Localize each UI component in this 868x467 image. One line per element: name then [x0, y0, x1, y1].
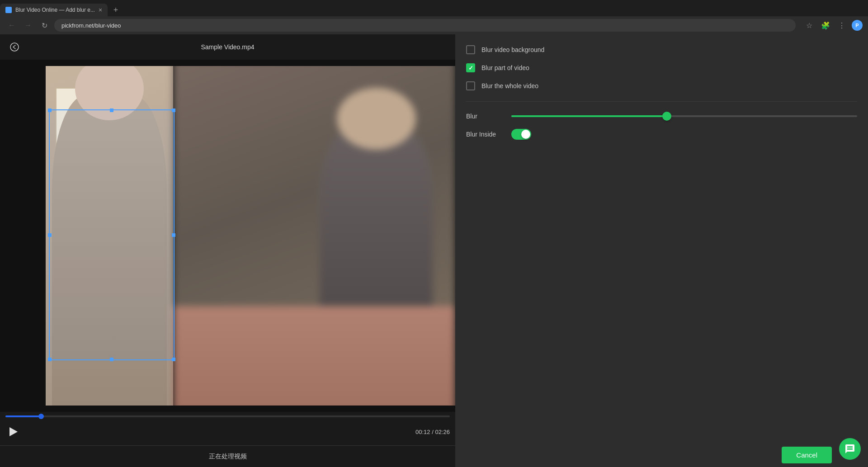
back-button[interactable]: ←: [5, 19, 18, 32]
address-input[interactable]: [54, 19, 796, 32]
blur-whole-checkbox[interactable]: [466, 81, 475, 90]
blur-slider-fill: [511, 115, 667, 117]
controls-row: 00:12 / 02:26: [5, 421, 450, 445]
resize-handle-bm[interactable]: [110, 358, 113, 361]
right-panel: Blur video background ✓ Blur part of vid…: [455, 34, 868, 467]
play-button[interactable]: [5, 424, 22, 440]
blur-slider-label: Blur: [466, 113, 502, 120]
blur-slider-track[interactable]: [511, 115, 857, 117]
app-body: Sample Video.mp4: [0, 34, 868, 467]
processing-text: 正在处理视频: [209, 453, 247, 461]
forward-button[interactable]: →: [22, 19, 34, 32]
chat-button[interactable]: [839, 438, 861, 460]
back-button[interactable]: [7, 40, 22, 54]
blur-whole-option: Blur the whole video: [466, 81, 857, 90]
resize-handle-tl[interactable]: [48, 108, 52, 112]
blur-part-label: Blur part of video: [481, 64, 529, 71]
blur-background-option: Blur video background: [466, 45, 857, 54]
bookmark-icon[interactable]: ☆: [803, 19, 816, 32]
blur-background-label: Blur video background: [481, 46, 544, 53]
menu-icon[interactable]: ⋮: [835, 19, 848, 32]
active-tab[interactable]: Blur Video Online — Add blur e... ×: [0, 4, 108, 16]
blur-part-checkbox[interactable]: ✓: [466, 63, 475, 72]
blur-whole-label: Blur the whole video: [481, 82, 538, 90]
cancel-button[interactable]: Cancel: [782, 447, 832, 463]
blur-background-checkbox[interactable]: [466, 45, 475, 54]
resize-handle-mr[interactable]: [172, 233, 175, 237]
video-title: Sample Video.mp4: [201, 43, 254, 51]
tab-title: Blur Video Online — Add blur e...: [15, 7, 95, 13]
resize-handle-tr[interactable]: [172, 108, 175, 112]
time-current: 00:12: [415, 429, 430, 435]
progress-thumb[interactable]: [38, 414, 44, 419]
video-controls: 00:12 / 02:26: [0, 412, 455, 445]
svg-point-0: [10, 43, 19, 51]
blur-inside-toggle[interactable]: [511, 129, 531, 140]
play-icon: [9, 427, 18, 436]
progress-fill: [5, 415, 41, 417]
checkmark-icon: ✓: [468, 65, 473, 71]
resize-handle-ml[interactable]: [48, 233, 52, 237]
blur-slider-row: Blur: [466, 113, 857, 120]
browser-icons: ☆ 🧩 ⋮ P: [803, 19, 863, 32]
time-total: 02:26: [435, 429, 450, 435]
resize-handle-tm[interactable]: [110, 108, 113, 112]
browser-chrome: Blur Video Online — Add blur e... × + ← …: [0, 0, 868, 34]
tab-close-button[interactable]: ×: [99, 6, 102, 14]
profile-avatar[interactable]: P: [852, 20, 863, 31]
tab-favicon: [5, 7, 12, 13]
divider: [466, 101, 857, 102]
status-bar: 正在处理视频: [0, 445, 455, 467]
selection-box[interactable]: [49, 109, 175, 360]
address-bar-row: ← → ↻ ☆ 🧩 ⋮ P: [0, 16, 868, 34]
time-display: 00:12 / 02:26: [415, 429, 450, 435]
resize-handle-bl[interactable]: [48, 358, 52, 361]
resize-handle-br[interactable]: [172, 358, 175, 361]
blur-inside-row: Blur Inside: [466, 129, 857, 140]
tab-bar: Blur Video Online — Add blur e... × +: [0, 0, 868, 16]
progress-bar[interactable]: [5, 415, 450, 417]
video-header: Sample Video.mp4: [0, 34, 455, 60]
toggle-knob: [521, 130, 530, 139]
blur-slider-thumb[interactable]: [662, 112, 671, 121]
blur-inside-label: Blur Inside: [466, 131, 502, 138]
new-tab-button[interactable]: +: [109, 4, 122, 16]
video-section: Sample Video.mp4: [0, 34, 455, 467]
extensions-icon[interactable]: 🧩: [819, 19, 832, 32]
blur-part-option: ✓ Blur part of video: [466, 63, 857, 72]
video-container: [0, 60, 455, 412]
reload-button[interactable]: ↻: [38, 19, 51, 32]
